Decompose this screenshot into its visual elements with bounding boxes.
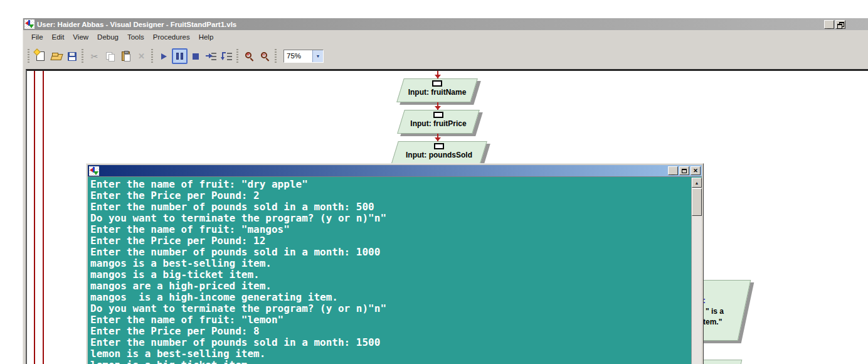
main-titlebar[interactable]: User: Haider Abbas - Visual Designer - F… bbox=[23, 18, 868, 30]
stop-icon bbox=[193, 53, 199, 60]
console-line: Enter the number of pounds sold in a mon… bbox=[90, 247, 691, 258]
menu-view[interactable]: View bbox=[68, 31, 93, 43]
flow-node-input-fruitprice[interactable]: Input: fruitPrice bbox=[401, 110, 476, 134]
flow-arrow bbox=[437, 102, 438, 110]
flow-node-input-poundssold[interactable]: Input: poundsSold bbox=[394, 141, 484, 165]
zoom-level-value: 75% bbox=[284, 50, 312, 62]
delete-icon: ✕ bbox=[138, 52, 145, 60]
node-label: Input: fruitName bbox=[400, 88, 474, 97]
toolbar-grip bbox=[28, 49, 29, 64]
console-line: mangos is a best-selling item. bbox=[90, 258, 691, 269]
pause-button[interactable] bbox=[172, 48, 188, 64]
partial-node-text: : " is a tem." bbox=[703, 296, 724, 328]
console-line: Enter the Price per Pound: 12 bbox=[90, 235, 691, 247]
scrollbar-up-button[interactable]: ▲ bbox=[692, 178, 702, 188]
console-maximize-button[interactable] bbox=[679, 166, 689, 175]
console-line: Enter the name of fruit: "lemon" bbox=[90, 314, 691, 326]
minimize-icon: _ bbox=[827, 25, 830, 28]
open-file-button[interactable] bbox=[48, 48, 64, 64]
step-into-button[interactable] bbox=[203, 48, 219, 64]
step-over-button[interactable] bbox=[219, 48, 235, 64]
toolbar-grip bbox=[151, 49, 153, 64]
cut-button[interactable]: ✂ bbox=[87, 48, 102, 64]
console-scrollbar[interactable]: ▲ bbox=[691, 178, 702, 364]
menu-procedures[interactable]: Procedures bbox=[149, 31, 194, 43]
copy-button[interactable] bbox=[102, 48, 118, 64]
console-line: lemon is a best-selling item. bbox=[90, 348, 691, 360]
open-folder-icon bbox=[51, 53, 61, 60]
minimize-icon: _ bbox=[671, 171, 674, 174]
console-line: Do you want to terminate the program? (y… bbox=[90, 303, 691, 314]
paste-icon bbox=[122, 51, 130, 61]
console-line: Enter the Price per Pound: 8 bbox=[90, 326, 691, 337]
restore-icon bbox=[837, 22, 844, 28]
run-button[interactable] bbox=[156, 48, 172, 64]
menu-tools[interactable]: Tools bbox=[123, 31, 149, 43]
zoom-in-icon: + bbox=[245, 51, 255, 62]
scroll-up-icon: ▲ bbox=[695, 181, 699, 185]
console-line: Do you want to terminate the program? (y… bbox=[90, 213, 691, 224]
loop-line bbox=[34, 71, 35, 364]
console-app-icon bbox=[89, 166, 99, 176]
flow-node-input-fruitname[interactable]: Input: fruitName bbox=[400, 78, 474, 102]
toolbar-grip bbox=[82, 49, 83, 64]
window-controls: _ bbox=[824, 20, 845, 29]
console-line: mangos is a high-income generating item. bbox=[90, 292, 691, 303]
console-output-window[interactable]: _ ✕ Enter the name of fruit: "dry apple"… bbox=[86, 163, 704, 364]
step-into-icon bbox=[206, 52, 216, 61]
console-line: mangos is a big-ticket item. bbox=[90, 269, 691, 281]
new-file-button[interactable] bbox=[33, 48, 48, 64]
menu-edit[interactable]: Edit bbox=[48, 31, 69, 43]
breakpoint-box[interactable] bbox=[432, 80, 442, 87]
breakpoint-box[interactable] bbox=[434, 143, 444, 149]
save-file-button[interactable] bbox=[64, 48, 80, 64]
zoom-in-button[interactable]: + bbox=[241, 48, 257, 64]
console-line: Enter the number of pounds sold in a mon… bbox=[90, 201, 691, 213]
toolbar: ✂ ✕ + − bbox=[23, 44, 868, 68]
node-label: Input: fruitPrice bbox=[401, 119, 476, 128]
pause-icon bbox=[176, 53, 183, 60]
copy-icon bbox=[106, 52, 115, 61]
console-close-button[interactable]: ✕ bbox=[691, 166, 701, 175]
console-body: Enter the name of fruit: "dry apple" Ent… bbox=[88, 176, 702, 364]
console-minimize-button[interactable]: _ bbox=[668, 166, 678, 175]
chevron-down-icon: ▼ bbox=[316, 54, 320, 58]
save-floppy-icon bbox=[68, 52, 77, 61]
console-line: Enter the name of fruit: "dry apple" bbox=[90, 179, 691, 190]
toolbar-grip bbox=[275, 49, 277, 64]
console-line: Enter the Price per Pound: 2 bbox=[90, 190, 691, 201]
console-line: Enter the name of fruit: "mangos" bbox=[90, 224, 691, 235]
stop-button[interactable] bbox=[188, 48, 203, 64]
partial-node-fragment: : bbox=[703, 296, 724, 306]
console-titlebar[interactable]: _ ✕ bbox=[88, 165, 702, 176]
menu-debug[interactable]: Debug bbox=[93, 31, 123, 43]
paste-button[interactable] bbox=[118, 48, 134, 64]
console-line: lemon is a big-ticket item. bbox=[90, 360, 691, 364]
flow-arrow bbox=[437, 71, 438, 78]
partial-node-fragment: " is a bbox=[703, 306, 724, 317]
delete-button[interactable]: ✕ bbox=[134, 48, 149, 64]
step-over-icon bbox=[221, 52, 232, 61]
breakpoint-box[interactable] bbox=[433, 112, 443, 118]
flow-arrow bbox=[437, 134, 438, 141]
cut-icon: ✂ bbox=[91, 52, 98, 61]
zoom-out-button[interactable]: − bbox=[257, 48, 273, 64]
console-line: Enter the number of pounds sold in a mon… bbox=[90, 337, 691, 348]
loop-line bbox=[43, 71, 44, 364]
menu-file[interactable]: File bbox=[27, 31, 48, 43]
maximize-icon bbox=[682, 169, 687, 173]
node-label: Input: poundsSold bbox=[394, 151, 484, 159]
combo-dropdown-button[interactable]: ▼ bbox=[312, 50, 323, 62]
restore-button[interactable] bbox=[835, 20, 845, 29]
zoom-out-icon: − bbox=[260, 51, 270, 62]
zoom-level-combo[interactable]: 75% ▼ bbox=[283, 50, 324, 63]
toolbar-grip bbox=[236, 49, 238, 64]
console-line: mangos are a high-priced item. bbox=[90, 281, 691, 292]
menu-help[interactable]: Help bbox=[194, 31, 218, 43]
minimize-button[interactable]: _ bbox=[824, 20, 834, 29]
window-title: User: Haider Abbas - Visual Designer - F… bbox=[37, 21, 236, 28]
partial-node-fragment: tem." bbox=[703, 317, 724, 328]
menu-bar: File Edit View Debug Tools Procedures He… bbox=[23, 30, 868, 44]
scrollbar-thumb[interactable] bbox=[692, 188, 702, 216]
run-icon bbox=[161, 53, 167, 60]
